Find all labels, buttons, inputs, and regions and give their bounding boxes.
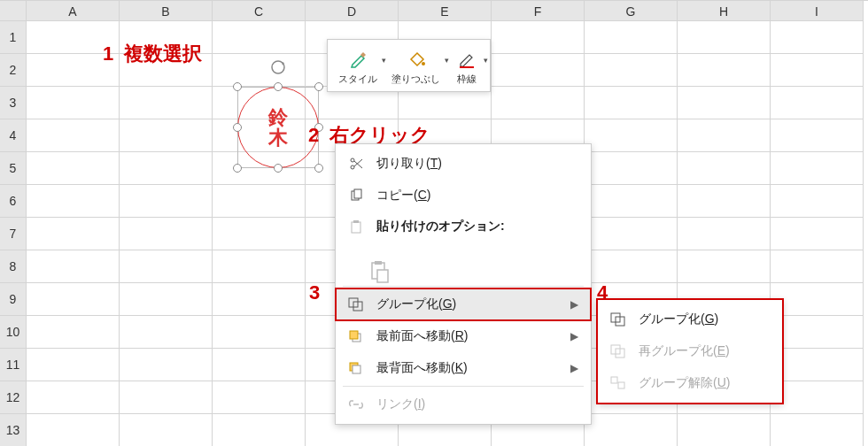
cell[interactable] <box>27 316 120 349</box>
cell[interactable] <box>120 283 213 316</box>
cell[interactable] <box>771 54 864 87</box>
cell[interactable] <box>120 316 213 349</box>
row-header[interactable]: 12 <box>0 381 27 414</box>
cell[interactable] <box>585 185 678 218</box>
cell[interactable] <box>27 381 120 414</box>
cell[interactable] <box>27 414 120 446</box>
cell[interactable] <box>120 414 213 446</box>
cell[interactable] <box>213 21 306 54</box>
cell[interactable] <box>213 414 306 446</box>
cell[interactable] <box>771 414 864 446</box>
col-header[interactable]: F <box>492 1 585 21</box>
submenu-group[interactable]: グループ化(G) <box>598 304 782 335</box>
cell[interactable] <box>771 185 864 218</box>
cell[interactable] <box>27 218 120 250</box>
cell[interactable] <box>213 381 306 414</box>
cell[interactable] <box>120 87 213 119</box>
cell[interactable] <box>585 250 678 283</box>
cell[interactable] <box>771 152 864 185</box>
cell[interactable] <box>585 54 678 87</box>
cell[interactable] <box>213 185 306 218</box>
cell[interactable] <box>678 87 771 119</box>
row-header[interactable]: 6 <box>0 185 27 218</box>
cell[interactable] <box>27 250 120 283</box>
cell[interactable] <box>678 250 771 283</box>
col-header[interactable]: I <box>771 1 864 21</box>
cell[interactable] <box>27 349 120 381</box>
row-header[interactable]: 5 <box>0 152 27 185</box>
select-all-corner[interactable] <box>0 1 27 21</box>
menu-cut[interactable]: 切り取り(T) <box>336 148 591 180</box>
paste-option-button[interactable] <box>368 259 591 284</box>
row-header[interactable]: 1 <box>0 21 27 54</box>
cell[interactable] <box>213 250 306 283</box>
cell[interactable] <box>27 87 120 119</box>
cell[interactable] <box>585 152 678 185</box>
cell[interactable] <box>585 21 678 54</box>
col-header[interactable]: E <box>399 1 492 21</box>
row-header[interactable]: 13 <box>0 414 27 446</box>
cell[interactable] <box>27 185 120 218</box>
col-header[interactable]: D <box>306 1 399 21</box>
cell[interactable] <box>771 218 864 250</box>
cell[interactable] <box>771 250 864 283</box>
row-header[interactable]: 3 <box>0 87 27 119</box>
fill-button[interactable]: ▾ 塗りつぶし <box>384 43 447 88</box>
cell[interactable] <box>492 54 585 87</box>
cell[interactable] <box>678 152 771 185</box>
cell[interactable] <box>213 316 306 349</box>
cell[interactable] <box>678 54 771 87</box>
cell[interactable] <box>585 87 678 119</box>
cell[interactable] <box>771 381 864 414</box>
resize-handle[interactable] <box>233 82 242 91</box>
cell[interactable] <box>771 349 864 381</box>
circle-shape[interactable]: 鈴木 <box>237 87 319 168</box>
cell[interactable] <box>585 119 678 152</box>
menu-bring-front[interactable]: 最前面へ移動(R) ▶ <box>336 320 591 352</box>
cell[interactable] <box>120 119 213 152</box>
cell[interactable] <box>771 316 864 349</box>
outline-button[interactable]: ▾ 枠線 <box>447 43 486 88</box>
menu-send-back[interactable]: 最背面へ移動(K) ▶ <box>336 352 591 384</box>
row-header[interactable]: 2 <box>0 54 27 87</box>
cell[interactable] <box>678 414 771 446</box>
cell[interactable] <box>120 218 213 250</box>
cell[interactable] <box>120 185 213 218</box>
resize-handle[interactable] <box>274 82 283 91</box>
row-header[interactable]: 7 <box>0 218 27 250</box>
cell[interactable] <box>213 218 306 250</box>
cell[interactable] <box>27 152 120 185</box>
resize-handle[interactable] <box>274 164 283 173</box>
cell[interactable] <box>492 21 585 54</box>
col-header[interactable]: H <box>678 1 771 21</box>
rotate-handle-icon[interactable] <box>269 58 287 76</box>
resize-handle[interactable] <box>233 164 242 173</box>
resize-handle[interactable] <box>233 123 242 132</box>
resize-handle[interactable] <box>314 82 323 91</box>
cell[interactable] <box>27 119 120 152</box>
cell[interactable] <box>27 283 120 316</box>
cell[interactable] <box>771 87 864 119</box>
cell[interactable] <box>120 250 213 283</box>
row-header[interactable]: 4 <box>0 119 27 152</box>
cell[interactable] <box>771 283 864 316</box>
col-header[interactable]: A <box>27 1 120 21</box>
cell[interactable] <box>585 414 678 446</box>
cell[interactable] <box>492 87 585 119</box>
row-header[interactable]: 8 <box>0 250 27 283</box>
menu-group[interactable]: グループ化(G) ▶ <box>336 288 591 320</box>
row-header[interactable]: 9 <box>0 283 27 316</box>
resize-handle[interactable] <box>314 164 323 173</box>
cell[interactable] <box>120 152 213 185</box>
cell[interactable] <box>120 349 213 381</box>
cell[interactable] <box>585 218 678 250</box>
col-header[interactable]: G <box>585 1 678 21</box>
row-header[interactable]: 10 <box>0 316 27 349</box>
cell[interactable] <box>678 218 771 250</box>
col-header[interactable]: C <box>213 1 306 21</box>
cell[interactable] <box>678 185 771 218</box>
cell[interactable] <box>771 119 864 152</box>
cell[interactable] <box>678 21 771 54</box>
cell[interactable] <box>678 119 771 152</box>
menu-copy[interactable]: コピー(C) <box>336 180 591 211</box>
